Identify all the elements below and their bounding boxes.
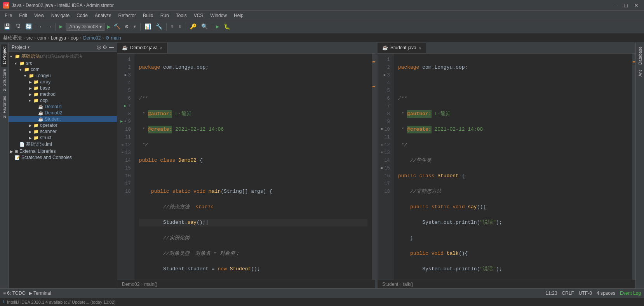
toolbar-wrench-button[interactable]: 🔑 xyxy=(188,22,198,31)
tree-label: src xyxy=(26,61,32,66)
code-content-right[interactable]: package com.Longyu.oop; /** * @author: L… xyxy=(393,54,632,280)
tab-close-button[interactable]: × xyxy=(160,45,162,50)
tree-item-student[interactable]: ☕ Student xyxy=(9,116,117,122)
tree-item-external-libs[interactable]: ▶ ⊞ External Libraries xyxy=(9,148,117,154)
menu-analyze[interactable]: Analyze xyxy=(92,12,115,19)
line-18: 18 xyxy=(381,188,390,195)
menu-tools[interactable]: Tools xyxy=(173,12,190,19)
menu-build[interactable]: Build xyxy=(140,12,157,19)
left-tab-structure[interactable]: 2: Structure xyxy=(1,67,7,93)
bc-src[interactable]: src xyxy=(26,35,33,41)
toolbar-profiler-button[interactable]: 🔧 xyxy=(154,22,164,31)
menu-refactor[interactable]: Refactor xyxy=(115,12,139,19)
toolbar-save-button[interactable]: 💾 xyxy=(2,22,12,31)
event-log-button[interactable]: Event Log xyxy=(620,290,641,296)
build-reload-button[interactable]: ⚙ xyxy=(124,22,130,31)
bc-main[interactable]: ⚙ main xyxy=(105,35,121,41)
expand-arrow: ▶ xyxy=(29,136,33,140)
tree-item[interactable]: ▶ 📁 array xyxy=(9,79,117,85)
bc-demo02[interactable]: Demo02 xyxy=(83,35,101,41)
code-area-right[interactable]: 1 2 ≡3 4 5 6 7 8 9 ≡10 11 ≡12 ≡13 14 xyxy=(378,54,635,280)
code-area-left[interactable]: 1 2 ≡3 4 5 6 ▶7 8 ▶≡9 10 11 ≡12 ≡13 14 xyxy=(117,54,375,280)
toolbar-forward-button[interactable]: → xyxy=(46,23,52,31)
menu-view[interactable]: View xyxy=(31,12,47,19)
toolbar-sync-button[interactable]: 🔄 xyxy=(24,22,33,31)
bc-oop[interactable]: oop xyxy=(71,35,78,41)
line-ending[interactable]: CRLF xyxy=(562,290,574,296)
minimize-button[interactable]: — xyxy=(611,2,621,9)
toolbar-run-green-button[interactable]: ▶ xyxy=(58,22,64,31)
code-content-left[interactable]: package com.Longyu.oop; /** * @author: L… xyxy=(134,54,372,280)
left-tab-favorites[interactable]: 2: Favorites xyxy=(1,93,7,120)
expand-arrow: ▶ xyxy=(29,130,33,134)
menu-help[interactable]: Help xyxy=(231,12,247,19)
tree-item[interactable]: ▶ 📁 base xyxy=(9,85,117,91)
tab-demo02[interactable]: ☕ Demo02.java × xyxy=(117,43,167,53)
terminal-button[interactable]: ▶ Terminal xyxy=(29,290,51,296)
tree-item[interactable]: ▶ 📁 struct xyxy=(9,135,117,141)
tree-item[interactable]: ▾ 📁 oop xyxy=(9,97,117,104)
toolbar-separator-3 xyxy=(140,23,141,31)
run-config-selector[interactable]: ArrayDemo08 ▾ xyxy=(66,23,105,31)
toolbar-vcs2-button[interactable]: ⬇ xyxy=(177,22,183,31)
toolbar-vcs-button[interactable]: ⬆ xyxy=(169,22,175,31)
bc-jiyuyu[interactable]: 基础语法 xyxy=(3,35,22,41)
build-button[interactable]: 🔨 xyxy=(112,22,122,31)
menu-edit[interactable]: Edit xyxy=(16,12,30,19)
tree-item[interactable]: ☕ Demo01 xyxy=(9,104,117,110)
todo-button[interactable]: ≡ 6: TODO xyxy=(3,290,26,296)
tree-item[interactable]: ☕ Demo02 xyxy=(9,110,117,116)
tree-item[interactable]: ▶ 📁 operator xyxy=(9,122,117,128)
toolbar-separator-4 xyxy=(166,23,167,31)
collapse-icon[interactable]: — xyxy=(109,44,114,50)
chevron-down-icon[interactable]: ▾ xyxy=(28,45,30,49)
settings-icon[interactable]: ⚙ xyxy=(103,44,107,50)
expand-arrow: ▾ xyxy=(24,74,29,78)
title-bar: IJ Java - Demo02.java - IntelliJ IDEA - … xyxy=(0,0,644,11)
left-tab-project[interactable]: 1: Project xyxy=(1,44,7,67)
tree-item[interactable]: 📄 基础语法.iml xyxy=(9,141,117,148)
menu-code[interactable]: Code xyxy=(73,12,91,19)
tree-item-scratches[interactable]: 📝 Scratches and Consoles xyxy=(9,154,117,161)
tree-item[interactable]: ▾ 📁 com xyxy=(9,66,117,73)
toolbar-coverage-button[interactable]: 📊 xyxy=(143,22,153,31)
line-2: 2 xyxy=(120,64,131,71)
toolbar-save-all-button[interactable]: 🖫 xyxy=(14,23,22,31)
run-button[interactable]: ▶ xyxy=(107,23,111,31)
intellij-logo: IJ xyxy=(3,2,9,9)
menu-run[interactable]: Run xyxy=(157,12,172,19)
title-bar-controls[interactable]: — □ ✕ xyxy=(611,2,641,9)
locate-icon[interactable]: ◎ xyxy=(97,44,101,50)
tree-root[interactable]: ▾ 📁 基础语法 D:\代码\Java\基础语法 xyxy=(9,53,117,60)
toolbar-back-button[interactable]: ← xyxy=(38,23,45,31)
toolbar-search-button[interactable]: 🔍 xyxy=(200,22,209,31)
encoding[interactable]: UTF-8 xyxy=(579,290,592,296)
tab-close-button[interactable]: × xyxy=(419,45,421,50)
expand-arrow: ▾ xyxy=(10,54,15,59)
build-config-button[interactable]: ⚡ xyxy=(131,22,138,31)
toolbar-run2-button[interactable]: ▶ xyxy=(214,22,221,31)
menu-file[interactable]: File xyxy=(2,12,15,19)
right-tab-ant[interactable]: Ant xyxy=(637,68,643,79)
scrollbar-left[interactable] xyxy=(372,54,375,280)
toolbar-debug-button[interactable]: 🐛 xyxy=(222,22,232,31)
tree-item[interactable]: ▶ 📁 method xyxy=(9,91,117,97)
right-tab-database[interactable]: Database xyxy=(637,44,643,67)
close-button[interactable]: ✕ xyxy=(632,2,641,9)
scrollbar-right[interactable] xyxy=(632,54,635,280)
tree-item[interactable]: ▾ 📁 Longyu xyxy=(9,73,117,79)
indent-size[interactable]: 4 spaces xyxy=(597,290,615,296)
cursor-position[interactable]: 11:23 xyxy=(546,290,557,296)
menu-window[interactable]: Window xyxy=(207,12,230,19)
tree-item[interactable]: ▶ 📁 scanner xyxy=(9,128,117,135)
code-line: * @create: 2021-02-12 14:08 xyxy=(398,126,628,133)
code-line: System.out.println("说话"); xyxy=(398,265,628,273)
maximize-button[interactable]: □ xyxy=(622,2,630,9)
bc-com[interactable]: com xyxy=(37,35,46,41)
menu-navigate[interactable]: Navigate xyxy=(48,12,73,19)
chevron-down-icon[interactable]: ▾ xyxy=(99,24,102,29)
tab-student[interactable]: ☕ Student.java × xyxy=(378,43,426,53)
bc-longyu[interactable]: Longyu xyxy=(51,35,66,41)
tree-item[interactable]: ▾ 📁 src xyxy=(9,60,117,66)
menu-vcs[interactable]: VCS xyxy=(191,12,207,19)
